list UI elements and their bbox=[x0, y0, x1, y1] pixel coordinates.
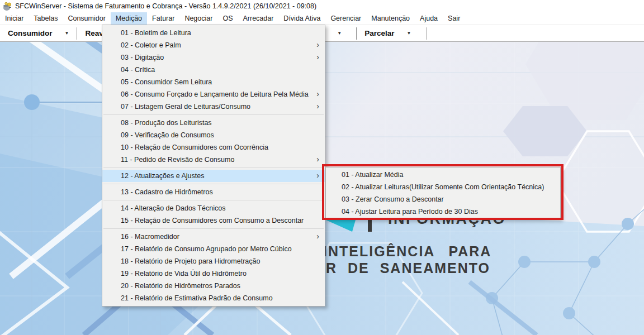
menu-bar: Iniciar Tabelas Consumidor Medição Fatur… bbox=[0, 12, 644, 25]
menu-item-04[interactable]: 04 - Crítica bbox=[102, 64, 325, 76]
menu-item-01[interactable]: 01 - Boletim de Leitura bbox=[102, 27, 325, 39]
menu-item-05[interactable]: 05 - Consumidor Sem Leitura bbox=[102, 76, 325, 88]
menu-item-13[interactable]: 13 - Cadastro de Hidrômetros bbox=[102, 186, 325, 198]
menu-item-08[interactable]: 08 - Produção dos Leituristas bbox=[102, 117, 325, 129]
menubar-item-faturar[interactable]: Faturar bbox=[147, 12, 179, 25]
menu-item-10[interactable]: 10 - Relação de Consumidores com Ocorrên… bbox=[102, 141, 325, 154]
menu-item-11[interactable]: 11 - Pedido de Revisão de Consumo› bbox=[102, 154, 325, 166]
menubar-item-consumidor[interactable]: Consumidor bbox=[63, 12, 110, 25]
menu-separator bbox=[102, 227, 325, 231]
menubar-item-tabelas[interactable]: Tabelas bbox=[29, 12, 63, 25]
menu-item-07[interactable]: 07 - Listagem Geral de Leituras/Consumo› bbox=[102, 100, 325, 113]
submenu-arrow-icon: › bbox=[316, 155, 319, 163]
menu-item-06[interactable]: 06 - Consumo Forçado e Lançamento de Lei… bbox=[102, 88, 325, 100]
menu-item-02[interactable]: 02 - Coletor e Palm› bbox=[102, 39, 325, 51]
dropdown-arrow-icon: ▼ bbox=[65, 31, 69, 36]
dropdown-arrow-icon: ▼ bbox=[406, 31, 411, 36]
menubar-item-medicao[interactable]: Medição bbox=[111, 12, 147, 25]
annotation-red-box bbox=[322, 164, 564, 220]
menubar-item-arrecadar[interactable]: Arrecadar bbox=[238, 12, 278, 25]
logo-text-saneamento: R DE SANEAMENTO bbox=[326, 260, 490, 276]
menubar-item-sair[interactable]: Sair bbox=[443, 12, 465, 25]
menu-separator bbox=[102, 166, 325, 170]
submenu-arrow-icon: › bbox=[316, 41, 319, 49]
submenu-arrow-icon: › bbox=[316, 102, 319, 110]
dropdown-arrow-icon: ▼ bbox=[337, 31, 342, 36]
submenu-arrow-icon: › bbox=[316, 53, 319, 61]
menubar-item-os[interactable]: OS bbox=[217, 12, 238, 25]
title-bar: SFCWinServer - Sistema de Faturamento e … bbox=[0, 0, 644, 12]
menu-item-14[interactable]: 14 - Alteração de Dados Técnicos bbox=[102, 202, 325, 214]
logo-text-inteligencia: INTELIGÊNCIA PARA bbox=[323, 243, 491, 260]
menubar-item-gerenciar[interactable]: Gerenciar bbox=[325, 12, 366, 25]
medicao-menu: 01 - Boletim de Leitura 02 - Coletor e P… bbox=[102, 25, 325, 307]
menu-separator bbox=[102, 113, 325, 117]
menu-item-20[interactable]: 20 - Relatório de Hidrômetros Parados bbox=[102, 280, 325, 292]
menu-item-19[interactable]: 19 - Relatório de Vida Útil do Hidrômetr… bbox=[102, 267, 325, 280]
toolbar-right-group: r ▼ Parcelar ▼ bbox=[322, 25, 427, 41]
menu-item-17[interactable]: 17 - Relatório de Consumo Agrupado por M… bbox=[102, 243, 325, 255]
toolbar-button-consumidor[interactable]: Consumidor ▼ bbox=[0, 25, 77, 41]
menu-item-16[interactable]: 16 - Macromedidor› bbox=[102, 231, 325, 243]
toolbar-button-parcelar[interactable]: Parcelar ▼ bbox=[357, 25, 419, 41]
menubar-item-manutencao[interactable]: Manutenção bbox=[366, 12, 415, 25]
menu-item-21[interactable]: 21 - Relatório de Estimativa Padrão de C… bbox=[102, 292, 325, 304]
menubar-item-iniciar[interactable]: Iniciar bbox=[0, 12, 29, 25]
menu-separator bbox=[102, 182, 325, 186]
menu-item-12-atualizacoes-e-ajustes[interactable]: 12 - Atualizações e Ajustes› bbox=[102, 170, 325, 182]
submenu-arrow-icon: › bbox=[316, 90, 319, 98]
menubar-item-divida-ativa[interactable]: Dívida Ativa bbox=[278, 12, 325, 25]
menubar-item-ajuda[interactable]: Ajuda bbox=[415, 12, 443, 25]
window-title: SFCWinServer - Sistema de Faturamento e … bbox=[15, 2, 316, 10]
menu-item-03[interactable]: 03 - Digitação› bbox=[102, 51, 325, 64]
menu-item-09[interactable]: 09 - Verificação de Consumos bbox=[102, 129, 325, 141]
menubar-item-negociar[interactable]: Negociar bbox=[179, 12, 217, 25]
menu-item-18[interactable]: 18 - Relatório de Projeto para Hidrometr… bbox=[102, 255, 325, 267]
menu-separator bbox=[102, 198, 325, 202]
submenu-arrow-icon: › bbox=[316, 232, 319, 240]
toolbar-separator bbox=[427, 27, 427, 40]
app-icon bbox=[2, 2, 12, 11]
submenu-arrow-icon: › bbox=[316, 171, 319, 179]
menu-item-15[interactable]: 15 - Relação de Consumidores com Consumo… bbox=[102, 214, 325, 227]
